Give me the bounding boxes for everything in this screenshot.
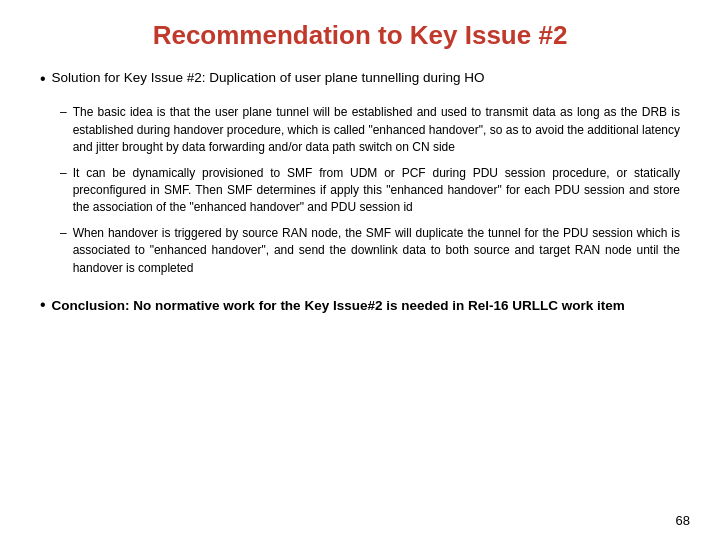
sub-bullet-2: – It can be dynamically provisioned to S… xyxy=(60,165,680,217)
slide-container: Recommendation to Key Issue #2 • Solutio… xyxy=(0,0,720,540)
main-bullet: • Solution for Key Issue #2: Duplication… xyxy=(40,69,680,90)
page-number: 68 xyxy=(676,513,690,528)
main-bullet-text: Solution for Key Issue #2: Duplication o… xyxy=(52,69,485,88)
sub-bullet-text-2: It can be dynamically provisioned to SMF… xyxy=(73,165,680,217)
sub-bullet-text-3: When handover is triggered by source RAN… xyxy=(73,225,680,277)
dash-1: – xyxy=(60,104,67,121)
sub-bullet-text-1: The basic idea is that the user plane tu… xyxy=(73,104,680,156)
dash-2: – xyxy=(60,165,67,182)
slide-title: Recommendation to Key Issue #2 xyxy=(40,20,680,51)
conclusion-text: Conclusion: No normative work for the Ke… xyxy=(52,297,625,316)
bullet-dot: • xyxy=(40,68,46,90)
content-area: • Solution for Key Issue #2: Duplication… xyxy=(40,69,680,520)
dash-3: – xyxy=(60,225,67,242)
sub-bullet-1: – The basic idea is that the user plane … xyxy=(60,104,680,156)
sub-bullet-3: – When handover is triggered by source R… xyxy=(60,225,680,277)
conclusion-bullet-dot: • xyxy=(40,296,46,314)
sub-bullets-list: – The basic idea is that the user plane … xyxy=(60,104,680,277)
conclusion-section: • Conclusion: No normative work for the … xyxy=(40,297,680,316)
